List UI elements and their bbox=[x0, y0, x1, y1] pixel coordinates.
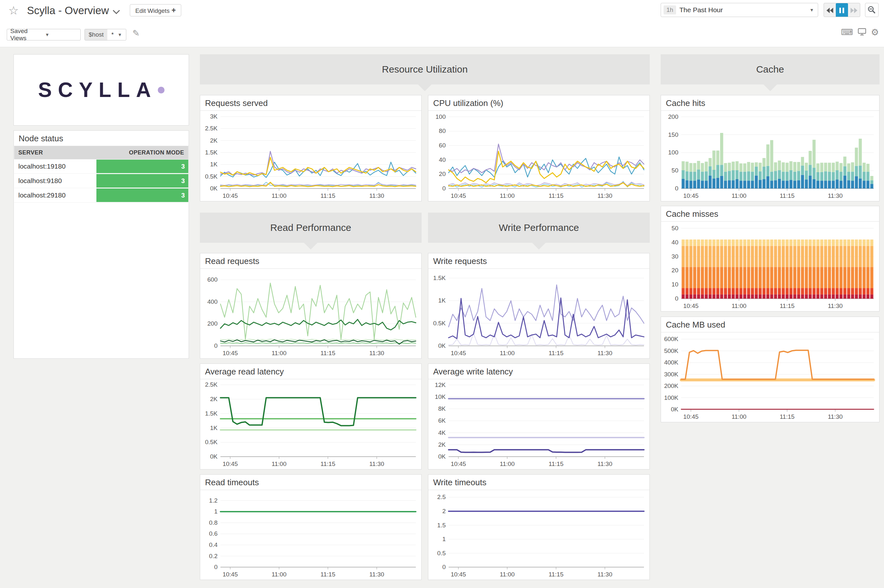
scylla-logo: SCYLLA bbox=[38, 78, 157, 102]
svg-text:0.2: 0.2 bbox=[209, 553, 218, 560]
group-notch bbox=[763, 84, 777, 91]
svg-text:11:15: 11:15 bbox=[320, 571, 335, 578]
cache-mb-used-chart[interactable]: 0K100K200K300K400K500K600K10:4511:0011:1… bbox=[661, 332, 879, 422]
svg-text:80: 80 bbox=[439, 128, 446, 134]
svg-text:0: 0 bbox=[214, 342, 218, 349]
svg-text:2K: 2K bbox=[438, 441, 446, 448]
svg-text:3K: 3K bbox=[210, 113, 218, 120]
svg-text:200: 200 bbox=[207, 320, 218, 327]
timeframe-controls bbox=[824, 3, 860, 17]
svg-text:10:45: 10:45 bbox=[683, 303, 699, 309]
pause-button[interactable] bbox=[836, 3, 848, 17]
svg-text:60: 60 bbox=[439, 142, 446, 148]
svg-text:11:00: 11:00 bbox=[500, 460, 514, 467]
group-header-resource-utilization[interactable]: Resource Utilization bbox=[200, 54, 650, 84]
svg-text:11:30: 11:30 bbox=[597, 571, 612, 578]
svg-text:11:00: 11:00 bbox=[272, 460, 286, 467]
rewind-button[interactable] bbox=[824, 3, 836, 17]
svg-text:0: 0 bbox=[675, 295, 678, 302]
group-header-read-performance[interactable]: Read Performance bbox=[200, 213, 422, 243]
cpu-utilization-chart[interactable]: 02040608010010:4511:0011:1511:30 bbox=[428, 111, 649, 201]
svg-text:11:15: 11:15 bbox=[780, 192, 794, 199]
svg-text:1.5K: 1.5K bbox=[205, 149, 218, 156]
widget-cache-mb-used: Cache MB used 0K100K200K300K400K500K600K… bbox=[661, 316, 879, 422]
svg-text:10:45: 10:45 bbox=[223, 192, 238, 199]
widget-title: Average write latency bbox=[428, 364, 649, 379]
group-label: Write Performance bbox=[499, 222, 579, 233]
template-variable-host[interactable]: $host * ▼ bbox=[84, 29, 126, 40]
svg-text:8K: 8K bbox=[438, 405, 446, 412]
edit-variables-pencil-icon[interactable]: ✎ bbox=[132, 28, 140, 39]
svg-text:20: 20 bbox=[672, 267, 678, 274]
read-timeouts-chart[interactable]: 00.20.40.60.811.210:4511:0011:1511:30 bbox=[200, 490, 421, 579]
svg-text:10:45: 10:45 bbox=[223, 350, 238, 357]
write-requests-chart[interactable]: 0K0.5K1K1.5K10:4511:0011:1511:30 bbox=[428, 269, 649, 358]
read-requests-chart[interactable]: 020040060010:4511:0011:1511:30 bbox=[200, 269, 421, 358]
group-header-write-performance[interactable]: Write Performance bbox=[428, 213, 650, 243]
svg-text:0.5K: 0.5K bbox=[205, 173, 218, 180]
operation-mode-value: 3 bbox=[96, 160, 188, 173]
settings-gear-icon[interactable]: ⚙ bbox=[871, 27, 879, 38]
svg-text:2.5K: 2.5K bbox=[205, 125, 218, 132]
average-write-latency-chart[interactable]: 0K2K4K6K8K10K12K10:4511:0011:1511:30 bbox=[428, 379, 649, 469]
table-row[interactable]: localhost:19180 3 bbox=[14, 159, 188, 174]
cache-misses-chart[interactable]: 0102030405010:4511:0011:1511:30 bbox=[661, 222, 879, 311]
favorite-star-icon[interactable]: ☆ bbox=[8, 4, 19, 17]
svg-text:2.5K: 2.5K bbox=[205, 381, 218, 388]
server-name: localhost:19180 bbox=[14, 159, 96, 173]
forward-button[interactable] bbox=[848, 3, 860, 17]
host-caret-icon: ▼ bbox=[117, 32, 122, 37]
svg-text:1.5K: 1.5K bbox=[433, 274, 446, 281]
svg-text:11:15: 11:15 bbox=[549, 192, 563, 199]
svg-text:11:00: 11:00 bbox=[272, 571, 286, 578]
widget-title: Read requests bbox=[200, 254, 421, 269]
group-notch bbox=[418, 84, 432, 91]
average-read-latency-chart[interactable]: 0K0.5K1K1.5K2K2.5K10:4511:0011:1511:30 bbox=[200, 379, 421, 469]
node-status-table-header: SERVER OPERATION MODE bbox=[14, 146, 188, 159]
svg-text:12K: 12K bbox=[435, 381, 446, 388]
svg-text:0K: 0K bbox=[438, 342, 446, 349]
header-utility-icons: ⌨ ⚙ bbox=[841, 27, 879, 38]
widget-average-write-latency: Average write latency 0K2K4K6K8K10K12K10… bbox=[428, 363, 650, 470]
time-range-selector[interactable]: 1h The Past Hour ▼ bbox=[661, 3, 818, 17]
svg-text:0.4: 0.4 bbox=[209, 542, 218, 548]
svg-text:11:15: 11:15 bbox=[549, 460, 563, 467]
dashboard-title: Scylla - Overview bbox=[27, 4, 109, 17]
svg-text:0K: 0K bbox=[671, 406, 679, 412]
host-variable-value: * bbox=[107, 31, 117, 38]
requests-served-chart[interactable]: 0K0.5K1K1.5K2K2.5K3K10:4511:0011:1511:30 bbox=[200, 111, 421, 201]
svg-text:11:00: 11:00 bbox=[500, 192, 514, 199]
svg-text:11:00: 11:00 bbox=[500, 571, 514, 578]
svg-text:11:15: 11:15 bbox=[320, 192, 335, 199]
svg-text:10:45: 10:45 bbox=[223, 460, 238, 467]
cache-hits-chart[interactable]: 05010015020010:4511:0011:1511:30 bbox=[661, 111, 879, 201]
svg-text:11:30: 11:30 bbox=[369, 192, 384, 199]
title-chevron-down-icon[interactable] bbox=[112, 9, 121, 16]
svg-text:200K: 200K bbox=[664, 382, 679, 389]
edit-widgets-label: Edit Widgets bbox=[135, 8, 170, 14]
widget-cache-hits: Cache hits 05010015020010:4511:0011:1511… bbox=[661, 95, 879, 201]
svg-text:400: 400 bbox=[207, 298, 218, 305]
svg-text:40: 40 bbox=[672, 239, 678, 246]
svg-text:11:30: 11:30 bbox=[828, 192, 843, 199]
table-row[interactable]: localhost:9180 3 bbox=[14, 174, 188, 188]
table-row[interactable]: localhost:29180 3 bbox=[14, 188, 188, 202]
svg-text:11:30: 11:30 bbox=[597, 460, 612, 467]
saved-views-select[interactable]: Saved Views ▼ bbox=[7, 29, 81, 40]
time-range-caret-icon: ▼ bbox=[809, 8, 814, 12]
svg-text:40: 40 bbox=[439, 156, 446, 163]
zoom-out-button[interactable] bbox=[865, 3, 878, 17]
edit-widgets-button[interactable]: Edit Widgets+ bbox=[130, 4, 181, 16]
dashboard-content: SCYLLA Node status SERVER OPERATION MODE… bbox=[0, 47, 884, 588]
widget-read-requests: Read requests 020040060010:4511:0011:151… bbox=[200, 253, 422, 359]
svg-text:10:45: 10:45 bbox=[683, 192, 699, 199]
widget-title: Write timeouts bbox=[428, 475, 649, 490]
widget-title: Average read latency bbox=[200, 364, 421, 379]
svg-text:4K: 4K bbox=[438, 429, 446, 436]
widget-read-timeouts: Read timeouts 00.20.40.60.811.210:4511:0… bbox=[200, 474, 422, 580]
keyboard-shortcuts-icon[interactable]: ⌨ bbox=[841, 27, 853, 37]
tv-mode-icon[interactable] bbox=[858, 28, 866, 37]
write-timeouts-chart[interactable]: 00.511.522.510:4511:0011:1511:30 bbox=[428, 490, 649, 579]
time-range-badge: 1h bbox=[663, 6, 676, 15]
group-header-cache[interactable]: Cache bbox=[661, 54, 879, 84]
